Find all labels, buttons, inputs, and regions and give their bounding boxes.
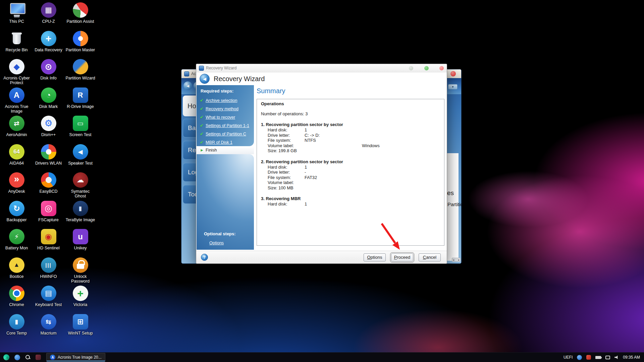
icon-label: Battery Mon (5, 246, 28, 250)
desktop-icon-speaker-test[interactable]: Speaker Test (64, 143, 96, 172)
wizard-steps-sidebar: Required steps: ✔Archive selection ✔Reco… (197, 85, 254, 250)
horizontal-scrollbar[interactable]: ◂▸ (452, 258, 461, 262)
window-maximize-dot[interactable] (424, 66, 429, 70)
window-minimize-dot[interactable] (409, 66, 413, 70)
wizard-step-finish-current[interactable]: ► Finish (197, 146, 254, 154)
wizard-step-recovery-method[interactable]: ✔Recovery method (197, 105, 254, 113)
back-nav-button[interactable] (183, 81, 192, 90)
check-icon: ✔ (200, 131, 206, 136)
help-button[interactable]: ? (201, 254, 208, 261)
cancel-button[interactable]: Cancel (419, 253, 441, 261)
desktop-icon-terabyte-image[interactable]: TeraByte Image (64, 200, 96, 228)
detail-row: Size:100 MB (261, 185, 440, 191)
tray-app-icon[interactable] (577, 355, 582, 360)
taskbar-app-acronis[interactable]: A Acronis True Image 20... (46, 353, 105, 362)
close-icon[interactable] (450, 71, 456, 76)
pinned-app-icon[interactable] (14, 355, 20, 360)
options-button[interactable]: Options (364, 253, 386, 261)
clock[interactable]: 09:35 AM (623, 355, 640, 360)
bootice-icon (9, 257, 24, 273)
summary-content: Summary Operations Number of operations:… (254, 85, 446, 250)
unlock-password-icon (73, 257, 88, 273)
check-icon: ✔ (200, 123, 206, 128)
network-icon[interactable] (605, 356, 610, 359)
operation-3: 3. Recovering MBR Hard disk:1 (261, 196, 440, 207)
desktop-icon-data-recovery[interactable]: Data Recovery (33, 30, 64, 58)
wizard-step-settings-partition-c[interactable]: ✔Settings of Partition C (197, 130, 254, 138)
battery-mon-icon (9, 229, 24, 244)
detail-row: Drive letter:- (261, 170, 440, 175)
desktop-icon-backupper[interactable]: Backupper (1, 200, 33, 228)
desktop-icon-anydesk[interactable]: AnyDesk (1, 171, 33, 200)
icon-label: EasyBCD (39, 189, 57, 194)
icon-label: CPU-Z (42, 19, 55, 24)
speaker-test-icon (73, 144, 88, 160)
desktop-icon-this-pc[interactable]: This PC (1, 1, 33, 30)
chevron-down-icon: ▾ (452, 85, 454, 88)
desktop-icon-easybcd[interactable]: EasyBCD (33, 171, 64, 200)
icon-label: Data Recovery (35, 48, 62, 52)
desktop-icon-winnt-setup[interactable]: WinNT Setup (64, 313, 96, 342)
core-temp-icon (9, 314, 24, 329)
desktop-icon-disk-mark[interactable]: Disk Mark (33, 86, 64, 115)
recycle-bin-icon (9, 31, 24, 46)
wizard-step-what-to-recover[interactable]: ✔What to recover (197, 113, 254, 121)
uefi-indicator: UEFI (564, 355, 573, 360)
desktop-icon-fscapture[interactable]: FSCapture (33, 200, 64, 228)
window-close-dot[interactable] (439, 66, 444, 70)
wizard-step-settings-partition-1-1[interactable]: ✔Settings of Partition 1-1 (197, 121, 254, 130)
check-icon: ✔ (200, 115, 206, 120)
detail-row: File system:NTFS (261, 138, 440, 143)
pinned-app-icon[interactable] (36, 355, 41, 360)
search-icon[interactable] (25, 355, 31, 360)
desktop-icon-unlock-password[interactable]: Unlock Password (64, 256, 96, 285)
desktop-icon-partition-master[interactable]: Partition Master (64, 30, 96, 58)
desktop-icon-cpu-z[interactable]: CPU-Z (33, 1, 64, 30)
taskbar: A Acronis True Image 20... UEFI 09:35 AM (0, 352, 644, 362)
start-button-icon[interactable] (3, 354, 9, 360)
battery-icon[interactable] (595, 356, 601, 359)
desktop-icon-bootice[interactable]: Bootice (1, 256, 33, 285)
icon-label: AIDA64 (9, 161, 24, 166)
desktop-icon-hwinfo[interactable]: HWiNFO (33, 256, 64, 285)
volume-icon[interactable] (614, 356, 619, 359)
desktop-icon-aida64[interactable]: AIDA64 (1, 143, 33, 172)
check-icon: ✔ (200, 98, 206, 103)
desktop-icon-battery-mon[interactable]: Battery Mon (1, 228, 33, 256)
dialog-header: ◀ Recovery Wizard (196, 72, 447, 85)
wizard-step-archive-selection[interactable]: ✔Archive selection (197, 96, 254, 105)
desktop-icon-drivers-wlan[interactable]: Drivers WLAN (33, 143, 64, 172)
desktop-icon-disk-info[interactable]: Disk Info (33, 58, 64, 86)
desktop-icon-partition-assist[interactable]: Partition Assist (64, 1, 96, 30)
dism-icon (41, 116, 56, 131)
desktop-icon-screen-test[interactable]: Screen Test (64, 115, 96, 143)
desktop-icon-hd-sentinel[interactable]: HD Sentinel (33, 228, 64, 256)
desktop-icon-aeroadmin[interactable]: AeroAdmin (1, 115, 33, 143)
optional-options-link[interactable]: Options (209, 241, 224, 245)
hwinfo-icon (41, 257, 56, 273)
desktop-icon-chrome[interactable]: Chrome (1, 285, 33, 313)
back-button[interactable]: ◀ (200, 74, 210, 84)
desktop-icon-recycle-bin[interactable]: Recycle Bin (1, 30, 33, 58)
desktop-icon-acronis-cyber-protect[interactable]: Acronis Cyber Protect (1, 58, 33, 86)
desktop-icon-dism[interactable]: Dism++ (33, 115, 64, 143)
desktop-icon-core-temp[interactable]: Core Temp (1, 313, 33, 342)
detail-row: Hard disk:1 (261, 165, 440, 170)
tray-app-icon[interactable] (586, 355, 591, 360)
wizard-step-mbr-of-disk-1[interactable]: ✔MBR of Disk 1 (197, 138, 254, 146)
icon-label: R-Drive Image (67, 104, 94, 109)
desktop-icon-victoria[interactable]: Victoria (64, 285, 96, 313)
desktop-icon-partition-wizard[interactable]: Partition Wizard (64, 58, 96, 86)
desktop-icon-macrium[interactable]: Macrium (33, 313, 64, 342)
dropdown-button[interactable]: ▾ (448, 84, 458, 89)
proceed-button[interactable]: Proceed (391, 253, 413, 261)
acronis-taskbar-icon: A (50, 355, 55, 360)
desktop-icon-symantec-ghost[interactable]: Symantec Ghost (64, 171, 96, 200)
desktop-icon-unikey[interactable]: Unikey (64, 228, 96, 256)
desktop-icon-r-drive-image[interactable]: R-Drive Image (64, 86, 96, 115)
desktop-icon-acronis-true-image[interactable]: Acronis True Image (1, 86, 33, 115)
desktop: This PC Recycle Bin Acronis Cyber Protec… (0, 0, 644, 362)
drivers-wlan-icon (41, 144, 56, 160)
anydesk-icon (9, 172, 24, 188)
desktop-icon-keyboard-test[interactable]: Keyboard Test (33, 285, 64, 313)
